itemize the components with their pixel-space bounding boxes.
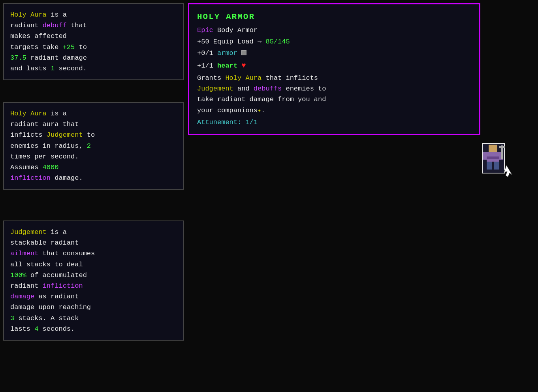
tooltip-text-3: Judgement is a stackable radiant ailment… bbox=[10, 227, 177, 334]
holy-aura-aura-tooltip: Holy Aura is a radiant aura that inflict… bbox=[3, 102, 184, 190]
character-cursor-icon bbox=[479, 141, 514, 181]
equip-load-line: +50 Equip Load → 85/145 bbox=[197, 37, 471, 47]
item-title: HOLY ARMOR bbox=[197, 11, 471, 24]
svg-rect-9 bbox=[499, 146, 505, 148]
tooltip-text-1: Holy Aura is a radiant debuff that makes… bbox=[10, 9, 177, 74]
svg-rect-6 bbox=[483, 152, 487, 160]
svg-rect-1 bbox=[489, 145, 497, 152]
holy-armor-tooltip: HOLY ARMOR Epic Body Armor +50 Equip Loa… bbox=[188, 3, 480, 135]
svg-rect-5 bbox=[494, 162, 499, 170]
armor-icon bbox=[241, 50, 246, 55]
armor-line: +0/1 armor bbox=[197, 48, 471, 58]
judgement-tooltip: Judgement is a stackable radiant ailment… bbox=[3, 220, 184, 341]
heart-icon: ♥ bbox=[241, 61, 246, 70]
cursor-sprite bbox=[479, 141, 514, 181]
svg-rect-4 bbox=[487, 162, 492, 170]
item-subtitle: Epic Body Armor bbox=[197, 25, 471, 36]
holy-aura-debuff-tooltip: Holy Aura is a radiant debuff that makes… bbox=[3, 3, 184, 80]
attunement-line: Attunement: 1/1 bbox=[197, 117, 471, 128]
heart-line: +1/1 heart ♥ bbox=[197, 60, 471, 72]
svg-marker-10 bbox=[504, 165, 512, 177]
tooltip-text-2: Holy Aura is a radiant aura that inflict… bbox=[10, 108, 177, 183]
svg-rect-3 bbox=[487, 156, 499, 159]
grants-line: Grants Holy Aura that inflicts Judgement… bbox=[197, 73, 471, 116]
companion-star-icon: ✦ bbox=[258, 107, 261, 114]
